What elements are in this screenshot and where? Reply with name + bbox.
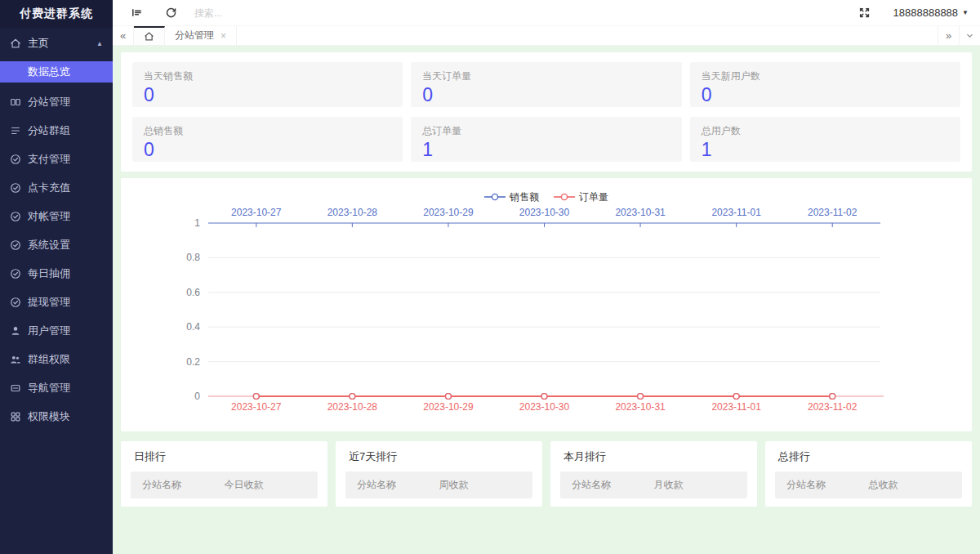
stat-card-today-new-users: 当天新用户数 0 <box>690 62 960 107</box>
app-title: 付费进群系统 <box>0 0 113 28</box>
users-icon <box>10 354 21 365</box>
circle-check-icon <box>10 268 21 279</box>
user-icon <box>10 325 21 337</box>
sidebar-item-label: 分站管理 <box>28 95 70 109</box>
svg-text:0.4: 0.4 <box>186 321 200 333</box>
tab-subsite-mgmt[interactable]: 分站管理 × <box>165 26 237 45</box>
svg-text:2023-10-28: 2023-10-28 <box>327 401 378 413</box>
sidebar-item-label: 主页 <box>28 36 49 51</box>
sidebar-item-payment-mgmt[interactable]: 支付管理 <box>0 145 113 173</box>
home-icon <box>10 38 21 49</box>
legend-label: 订单量 <box>579 190 608 204</box>
sidebar-item-permission-module[interactable]: 权限模块 <box>0 402 113 431</box>
sidebar-item-data-overview[interactable]: 数据总览 <box>0 61 113 83</box>
main-area: 18888888888 ▼ « 分站管理 × » 当天销售额 0 <box>113 0 980 554</box>
sidebar-item-label: 每日抽佣 <box>28 266 70 281</box>
fullscreen-icon[interactable] <box>853 0 877 26</box>
stat-value: 0 <box>702 85 949 105</box>
legend-marker-icon <box>554 193 575 201</box>
sidebar-item-label: 对帐管理 <box>28 209 70 224</box>
sidebar-item-nav-mgmt[interactable]: 导航管理 <box>0 373 113 402</box>
sidebar-item-label: 权限模块 <box>28 409 70 424</box>
rankings-row: 日排行 分站名称 今日收款 近7天排行 分站名称 周收款 本月排行 分站名称 月… <box>121 441 972 507</box>
tab-bar: « 分站管理 × » <box>113 26 980 46</box>
tabs-scroll-left-icon[interactable]: « <box>113 26 134 45</box>
rank-col-amount: 月收款 <box>654 478 740 492</box>
list-icon <box>10 125 21 136</box>
svg-text:2023-10-27: 2023-10-27 <box>231 207 282 218</box>
stat-value: 0 <box>144 85 391 105</box>
sidebar-item-label: 用户管理 <box>28 324 70 338</box>
rank-panel-total: 总排行 分站名称 总收款 <box>765 441 972 507</box>
stat-value: 0 <box>144 140 391 160</box>
sidebar-item-group-permissions[interactable]: 群组权限 <box>0 345 113 373</box>
rank-table-header: 分站名称 总收款 <box>775 471 962 498</box>
sidebar-toggle-icon[interactable] <box>124 0 149 26</box>
stat-card-today-sales: 当天销售额 0 <box>132 62 403 107</box>
sidebar-item-withdrawal-mgmt[interactable]: 提现管理 <box>0 288 113 316</box>
rank-panel-month: 本月排行 分站名称 月收款 <box>550 441 757 507</box>
svg-text:2023-11-02: 2023-11-02 <box>808 207 858 218</box>
stat-card-total-sales: 总销售额 0 <box>132 117 403 162</box>
search-input[interactable] <box>194 7 317 19</box>
legend-item-订单量[interactable]: 订单量 <box>554 190 608 204</box>
stat-label: 总销售额 <box>144 124 391 138</box>
stat-card-today-orders: 当天订单量 0 <box>411 62 681 107</box>
svg-text:2023-10-31: 2023-10-31 <box>615 401 666 413</box>
circle-check-icon <box>10 154 21 165</box>
sidebar-item-reconciliation[interactable]: 对帐管理 <box>0 202 113 230</box>
sidebar-item-system-settings[interactable]: 系统设置 <box>0 230 113 259</box>
svg-text:2023-10-29: 2023-10-29 <box>423 401 474 413</box>
sidebar-item-label: 支付管理 <box>28 152 70 167</box>
page-content: 当天销售额 0 当天订单量 0 当天新用户数 0 总销售额 0 总订单量 1 <box>113 46 980 554</box>
svg-text:0.8: 0.8 <box>186 252 200 263</box>
sales-orders-chart-panel: 销售额订单量 00.20.40.60.812023-10-272023-10-2… <box>121 178 972 431</box>
legend-item-销售额[interactable]: 销售额 <box>484 190 539 204</box>
sidebar-item-label: 点卡充值 <box>28 181 70 195</box>
user-phone: 18888888888 <box>893 7 959 19</box>
rank-col-amount: 今日收款 <box>225 478 310 492</box>
rank-col-site-name: 分站名称 <box>568 478 654 492</box>
sidebar-item-home[interactable]: 主页 ▲ <box>0 28 113 59</box>
module-grid-icon <box>10 411 21 422</box>
tab-home[interactable] <box>134 26 165 45</box>
rank-panel-7days: 近7天排行 分站名称 周收款 <box>336 441 542 507</box>
stat-label: 当天新用户数 <box>702 69 949 83</box>
caret-down-icon: ▼ <box>962 9 969 16</box>
user-menu[interactable]: 18888888888 ▼ <box>893 7 969 19</box>
sidebar-item-daily-commission[interactable]: 每日抽佣 <box>0 259 113 288</box>
stat-value: 0 <box>422 85 670 105</box>
svg-text:0.2: 0.2 <box>186 356 200 368</box>
sidebar-item-subsite-groups[interactable]: 分站群组 <box>0 116 113 145</box>
line-chart: 00.20.40.60.812023-10-272023-10-282023-1… <box>121 204 972 427</box>
sidebar-item-label: 分站群组 <box>28 123 70 138</box>
rank-table-header: 分站名称 月收款 <box>560 471 747 498</box>
sidebar-item-subsite-mgmt[interactable]: 分站管理 <box>0 87 113 116</box>
stat-label: 当天订单量 <box>422 69 670 83</box>
refresh-icon[interactable] <box>158 0 183 26</box>
stat-card-total-users: 总用户数 1 <box>690 117 960 162</box>
sidebar-item-card-recharge[interactable]: 点卡充值 <box>0 173 113 202</box>
sidebar-item-label: 群组权限 <box>28 352 70 367</box>
tabs-scroll-right-icon[interactable]: » <box>938 26 959 45</box>
stat-label: 总订单量 <box>422 124 670 138</box>
stat-label: 当天销售额 <box>144 69 391 83</box>
stat-label: 总用户数 <box>702 124 949 138</box>
rank-title: 本月排行 <box>550 441 757 471</box>
rank-panel-daily: 日排行 分站名称 今日收款 <box>121 441 327 507</box>
sidebar-item-label: 系统设置 <box>28 238 70 252</box>
legend-marker-icon <box>484 193 506 201</box>
close-icon[interactable]: × <box>220 30 226 42</box>
rank-title: 日排行 <box>121 441 327 471</box>
sidebar-item-label: 数据总览 <box>28 65 70 79</box>
sidebar-item-user-mgmt[interactable]: 用户管理 <box>0 316 113 345</box>
stat-value: 1 <box>702 140 949 160</box>
stat-card-total-orders: 总订单量 1 <box>411 117 681 162</box>
svg-text:0.6: 0.6 <box>186 287 200 298</box>
rank-title: 总排行 <box>765 441 972 471</box>
svg-text:2023-10-30: 2023-10-30 <box>519 207 570 218</box>
rank-table-header: 分站名称 今日收款 <box>131 471 318 498</box>
svg-text:2023-11-01: 2023-11-01 <box>711 207 761 218</box>
tabs-menu-chevron-down-icon[interactable] <box>959 26 980 45</box>
legend-label: 销售额 <box>510 190 539 204</box>
